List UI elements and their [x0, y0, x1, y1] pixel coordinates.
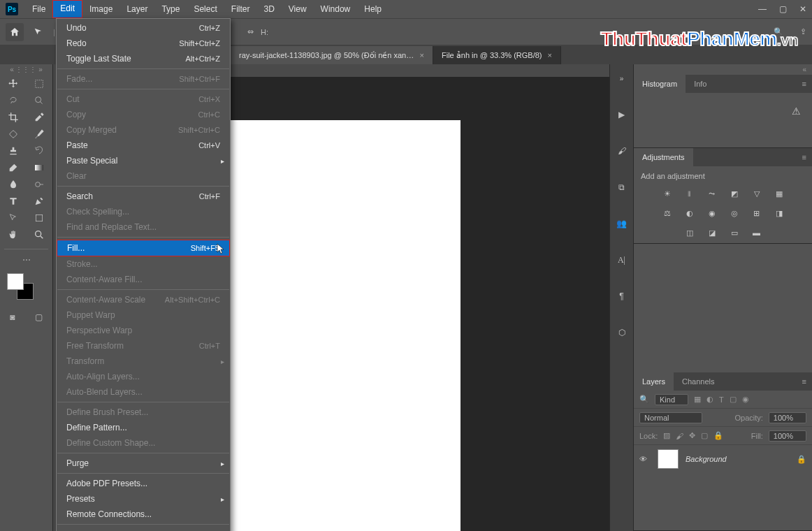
quick-select-tool[interactable] — [27, 92, 53, 109]
menu-item-remote-connections-[interactable]: Remote Connections... — [57, 507, 230, 522]
opacity-value[interactable]: 100% — [769, 412, 806, 423]
selective-color-icon[interactable]: ▬ — [749, 226, 764, 239]
channel-mixer-icon[interactable]: ◎ — [727, 207, 742, 219]
filter-smart-icon[interactable]: ◉ — [742, 395, 749, 404]
lock-all-icon[interactable]: 🔒 — [713, 431, 723, 440]
filter-shape-icon[interactable]: ▢ — [730, 395, 737, 404]
menu-item-toggle-last-state[interactable]: Toggle Last StateAlt+Ctrl+Z — [57, 51, 230, 66]
close-tab-icon[interactable]: × — [548, 51, 552, 59]
filter-adjust-icon[interactable]: ◐ — [706, 395, 713, 404]
share-icon[interactable]: ⇪ — [800, 27, 806, 36]
posterize-icon[interactable]: ◫ — [682, 226, 697, 239]
maximize-icon[interactable]: ▢ — [779, 4, 787, 14]
brush-settings-icon[interactable]: 🖌 — [612, 141, 632, 161]
type-tool[interactable] — [0, 193, 27, 210]
lock-position-icon[interactable]: ✥ — [689, 431, 695, 440]
shape-tool[interactable] — [27, 210, 53, 226]
eraser-tool[interactable] — [0, 159, 27, 176]
clone-source-icon[interactable]: ⧉ — [612, 177, 632, 197]
pen-tool[interactable] — [27, 193, 53, 210]
menu-file[interactable]: File — [25, 0, 52, 18]
menu-layer[interactable]: Layer — [119, 0, 154, 18]
dodge-tool[interactable] — [27, 176, 53, 193]
layers-tab[interactable]: Layers — [634, 372, 674, 391]
move-tool[interactable] — [0, 75, 27, 92]
channels-tab[interactable]: Channels — [674, 372, 723, 391]
menu-item-presets[interactable]: Presets — [57, 491, 230, 507]
menu-item-search[interactable]: SearchCtrl+F — [57, 189, 230, 204]
close-tab-icon[interactable]: × — [420, 51, 424, 59]
lock-icon[interactable]: 🔒 — [797, 455, 806, 464]
marquee-tool[interactable] — [27, 75, 53, 92]
close-icon[interactable]: ✕ — [799, 4, 806, 14]
panel-menu-icon[interactable]: ≡ — [797, 153, 812, 161]
menu-item-paste[interactable]: PasteCtrl+V — [57, 138, 230, 153]
hand-tool[interactable] — [0, 226, 27, 243]
menu-help[interactable]: Help — [357, 0, 389, 18]
blend-mode-dropdown[interactable]: Normal — [639, 412, 702, 423]
warning-icon[interactable]: ⚠ — [792, 106, 801, 117]
home-icon[interactable] — [6, 23, 24, 41]
stamp-tool[interactable] — [0, 143, 27, 159]
fill-value[interactable]: 100% — [769, 430, 806, 442]
path-selection-icon[interactable] — [31, 24, 46, 40]
canvas[interactable] — [230, 120, 461, 531]
menu-item-color-settings-[interactable]: Color Settings...Shift+Ctrl+K — [57, 527, 230, 531]
lasso-tool[interactable] — [0, 92, 27, 109]
threshold-icon[interactable]: ◪ — [704, 226, 720, 239]
character-icon[interactable]: A| — [612, 250, 632, 270]
menu-item-adobe-pdf-presets-[interactable]: Adobe PDF Presets... — [57, 476, 230, 491]
histogram-tab[interactable]: Histogram — [634, 75, 686, 93]
lock-artboard-icon[interactable]: ▢ — [701, 431, 708, 440]
color-swatches[interactable] — [7, 273, 34, 300]
menu-edit[interactable]: Edit — [52, 0, 82, 18]
doc-tab-2[interactable]: File ảnh in @ 33.3% (RGB/8) × — [433, 46, 561, 64]
brightness-icon[interactable]: ☀ — [660, 187, 675, 200]
layer-row-background[interactable]: 👁 Background 🔒 — [634, 445, 812, 473]
menu-item-purge[interactable]: Purge — [57, 456, 230, 471]
healing-tool[interactable] — [0, 126, 27, 143]
history-brush-tool[interactable] — [27, 143, 53, 159]
adjustments-tab[interactable]: Adjustments — [634, 148, 693, 166]
play-icon[interactable]: ▶ — [612, 105, 632, 124]
blur-tool[interactable] — [0, 176, 27, 193]
invert-icon[interactable]: ◨ — [771, 207, 787, 219]
hue-icon[interactable]: ▦ — [771, 187, 787, 200]
zoom-tool[interactable] — [27, 226, 53, 243]
foreground-color-swatch[interactable] — [7, 273, 24, 290]
menu-item-undo[interactable]: UndoCtrl+Z — [57, 20, 230, 36]
menu-item-fill-[interactable]: Fill...Shift+F5 — [57, 240, 230, 256]
lock-pixels-icon[interactable]: 🖌 — [676, 432, 683, 440]
lock-transparent-icon[interactable]: ▨ — [663, 431, 670, 440]
menu-item-paste-special[interactable]: Paste Special — [57, 153, 230, 168]
bw-icon[interactable]: ◐ — [682, 207, 697, 219]
curves-icon[interactable]: ⤳ — [704, 187, 720, 200]
quickmask-icon[interactable]: ◙ — [10, 312, 15, 322]
panel-menu-icon[interactable]: ≡ — [797, 80, 812, 88]
libraries-icon[interactable]: 👥 — [612, 214, 632, 233]
doc-tab-1[interactable]: ray-suit-jacket-1138903.jpg @ 50% (Đổi n… — [231, 46, 433, 64]
3d-icon[interactable]: ⬡ — [612, 323, 632, 342]
menu-3d[interactable]: 3D — [256, 0, 281, 18]
menu-type[interactable]: Type — [154, 0, 187, 18]
filter-type-icon[interactable]: T — [719, 395, 724, 404]
info-tab[interactable]: Info — [686, 75, 715, 93]
paragraph-icon[interactable]: ¶ — [612, 286, 632, 306]
menu-view[interactable]: View — [282, 0, 314, 18]
color-balance-icon[interactable]: ⚖ — [660, 207, 675, 219]
menu-select[interactable]: Select — [187, 0, 224, 18]
exposure-icon[interactable]: ◩ — [727, 187, 742, 200]
visibility-icon[interactable]: 👁 — [639, 455, 651, 463]
collapse-icon[interactable]: » — [612, 68, 632, 88]
crop-tool[interactable] — [0, 109, 27, 126]
layer-thumbnail[interactable] — [658, 449, 679, 469]
menu-item-define-pattern-[interactable]: Define Pattern... — [57, 420, 230, 435]
eyedropper-tool[interactable] — [27, 109, 53, 126]
gradient-map-icon[interactable]: ▭ — [727, 226, 742, 239]
menu-filter[interactable]: Filter — [224, 0, 257, 18]
menu-image[interactable]: Image — [82, 0, 119, 18]
gradient-tool[interactable] — [27, 159, 53, 176]
brush-tool[interactable] — [27, 126, 53, 143]
screenmode-icon[interactable]: ▢ — [35, 312, 43, 322]
color-lookup-icon[interactable]: ⊞ — [749, 207, 764, 219]
